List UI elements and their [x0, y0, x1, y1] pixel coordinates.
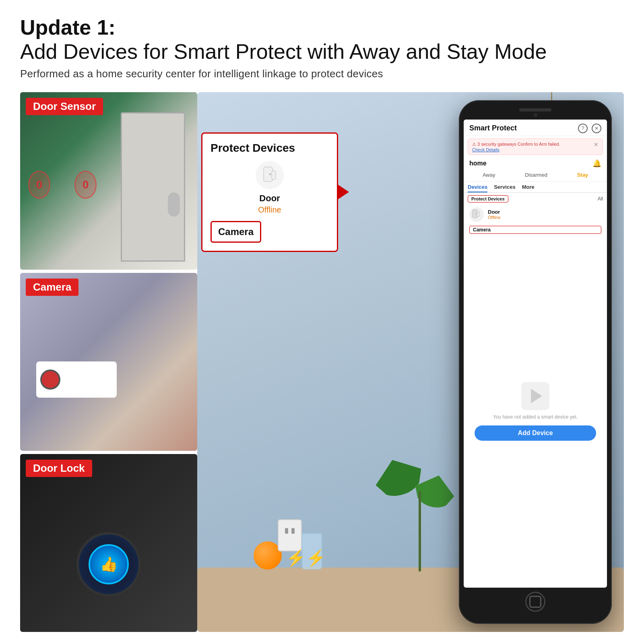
door-device-status: Offline: [488, 215, 501, 220]
add-device-button[interactable]: Add Device: [475, 425, 596, 441]
alert-close-icon[interactable]: ✕: [594, 141, 599, 148]
header-section: Update 1: Add Devices for Smart Protect …: [20, 16, 624, 80]
outlet-hole-1: [285, 528, 288, 534]
mode-tab-stay[interactable]: Stay: [574, 170, 591, 180]
door-sensor-small-icon: [471, 209, 482, 220]
app-title: Smart Protect: [469, 124, 517, 132]
app-header: Smart Protect ? ✕: [464, 120, 607, 136]
wall-outlet: [278, 519, 302, 551]
svg-rect-4: [477, 212, 479, 217]
callout-device-name: Door: [211, 193, 329, 204]
camera-lens: [40, 369, 60, 390]
camera-body: [36, 361, 117, 398]
empty-device-icon: [521, 382, 549, 410]
door-illustration: [121, 112, 185, 262]
protect-callout: Protect Devices Door Offline Camera: [201, 132, 338, 252]
alert-text: ⚠ 3 security gateways Confirm to Arm fai…: [472, 141, 560, 147]
door-sensor-icon: [260, 165, 280, 185]
callout-device-status: Offline: [211, 205, 329, 215]
play-icon: [531, 389, 542, 403]
svg-rect-1: [272, 171, 276, 180]
close-button[interactable]: ✕: [592, 124, 601, 133]
protect-callout-title: Protect Devices: [211, 142, 329, 155]
phone-container: Smart Protect ? ✕ ⚠ 3 securi: [459, 100, 612, 624]
phone-camera: [533, 113, 537, 117]
app-icons: ? ✕: [578, 124, 601, 133]
callout-arrow: [337, 184, 349, 200]
alert-message: 3 security gateways Confirm to Arm faile…: [477, 142, 560, 147]
page-title: Add Devices for Smart Protect with Away …: [20, 39, 624, 64]
camera-filter-badge[interactable]: Camera: [469, 226, 601, 234]
phone-home-button[interactable]: [525, 592, 545, 612]
monstera-plant: [382, 459, 455, 572]
tab-more[interactable]: More: [522, 184, 535, 192]
svg-rect-0: [264, 167, 272, 182]
callout-camera-label: Camera: [211, 221, 261, 243]
alert-icon: ⚠: [472, 142, 477, 147]
phone-outer: Smart Protect ? ✕ ⚠ 3 securi: [459, 100, 612, 624]
update-label: Update 1:: [20, 16, 624, 39]
sensor-dot-right: 0: [74, 171, 97, 199]
alert-content: ⚠ 3 security gateways Confirm to Arm fai…: [472, 141, 560, 152]
left-panel: Door Sensor 0 0 Camera Door Lock: [20, 92, 197, 632]
page-subtitle: Performed as a home security center for …: [20, 68, 624, 80]
help-button[interactable]: ?: [578, 124, 588, 133]
home-row: home 🔔: [464, 157, 607, 169]
phone-home-inner: [529, 596, 541, 608]
filter-all[interactable]: All: [598, 196, 603, 202]
home-label: home: [469, 160, 487, 167]
right-panel: ⚡⚡ Protect Devices Door Offline: [197, 92, 624, 632]
phone-speaker: [519, 108, 551, 111]
tab-services[interactable]: Services: [494, 184, 516, 192]
door-sensor-label: Door Sensor: [26, 98, 103, 115]
mode-tabs: Away Disarmed Stay: [464, 169, 607, 182]
bell-icon[interactable]: 🔔: [592, 159, 601, 168]
sensor-dot-left: 0: [28, 171, 50, 199]
mode-tab-away[interactable]: Away: [479, 170, 499, 180]
door-device-info: Door Offline: [488, 209, 501, 220]
phone-screen: Smart Protect ? ✕ ⚠ 3 securi: [464, 120, 607, 588]
door-device-thumb: [469, 207, 484, 222]
alert-bar: ⚠ 3 security gateways Confirm to Arm fai…: [468, 138, 603, 155]
empty-device-area: You have not added a smart device yet. A…: [464, 235, 607, 588]
content-area: Door Sensor 0 0 Camera Door Lock: [20, 92, 624, 632]
monstera-stem: [419, 491, 421, 572]
callout-device-icon: [256, 161, 284, 189]
protect-devices-filter[interactable]: Protect Devices: [468, 195, 508, 202]
tab-devices[interactable]: Devices: [468, 184, 487, 192]
lock-inner: 👍: [89, 544, 129, 584]
nav-tabs: Devices Services More: [464, 182, 607, 193]
outlet-hole-2: [291, 528, 295, 534]
door-sensor-photo: Door Sensor 0 0: [20, 92, 197, 270]
camera-label: Camera: [26, 279, 78, 296]
door-handle: [168, 192, 180, 217]
filter-row: Protect Devices All: [464, 193, 607, 205]
page: Update 1: Add Devices for Smart Protect …: [0, 0, 644, 644]
alert-link[interactable]: Check Details: [472, 147, 560, 152]
sensor-dots: 0 0: [28, 171, 97, 199]
svg-point-2: [269, 173, 271, 175]
outlet-holes: [279, 520, 301, 534]
lock-circle: 👍: [76, 532, 141, 597]
svg-point-5: [476, 213, 477, 214]
door-lock-photo: Door Lock 👍: [20, 454, 197, 632]
lightning-icon: ⚡⚡: [286, 549, 326, 568]
door-device-name: Door: [488, 209, 501, 215]
empty-device-text: You have not added a smart device yet.: [493, 414, 578, 420]
camera-photo: Camera: [20, 273, 197, 451]
door-device-item[interactable]: Door Offline: [464, 205, 607, 224]
door-lock-label: Door Lock: [26, 460, 92, 477]
mode-tab-disarmed[interactable]: Disarmed: [522, 170, 551, 180]
